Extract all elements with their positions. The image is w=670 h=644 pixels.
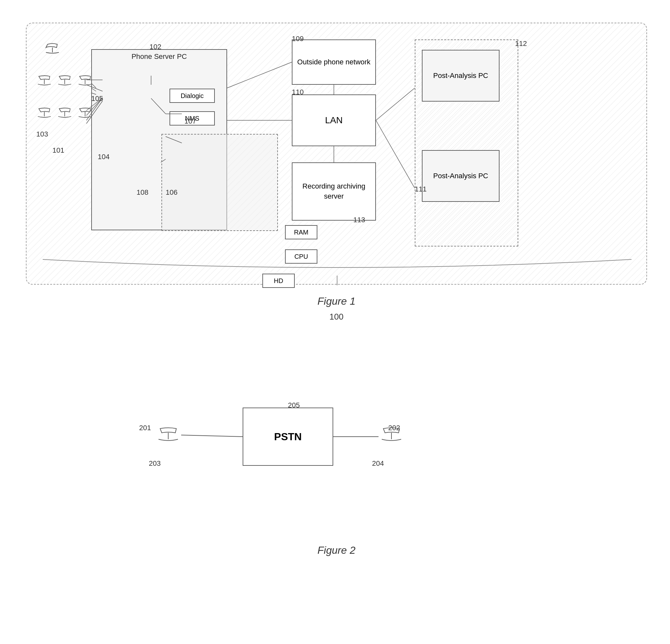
phone-server-label: Phone Server PC	[131, 52, 187, 61]
figure1-container: Phone Server PC Dialogic NMS RAM	[16, 13, 657, 310]
label-203: 203	[149, 459, 161, 468]
phone-icon-201	[155, 425, 181, 446]
hd-label: HD	[274, 277, 283, 285]
phones-row2	[36, 107, 95, 123]
label-103: 103	[36, 130, 48, 138]
post-analysis-box2: Post-Analysis PC	[422, 150, 499, 202]
label-107: 107	[184, 117, 196, 125]
post-analysis1-label: Post-Analysis PC	[433, 71, 488, 81]
svg-line-30	[181, 435, 243, 437]
label-106: 106	[166, 188, 178, 197]
phone-icon-6	[77, 107, 95, 123]
inner-dashed-box-104: RAM CPU HD	[161, 134, 278, 231]
recording-label: Recording archiving server	[293, 182, 375, 202]
phones-cluster-top	[43, 41, 62, 58]
label-100: 100	[329, 312, 343, 322]
label-204: 204	[372, 459, 384, 468]
outside-phone-box: Outside phone network	[292, 39, 376, 85]
phone-left-fig2	[155, 425, 181, 448]
phone-icon-single	[43, 41, 62, 57]
recording-box: Recording archiving server	[292, 162, 376, 220]
post-analysis-box1: Post-Analysis PC	[422, 50, 499, 102]
label-113: 113	[353, 216, 365, 224]
label-104: 104	[98, 153, 110, 161]
label-112: 112	[515, 39, 527, 48]
phone-icon-5	[57, 107, 75, 123]
svg-line-10	[227, 62, 292, 88]
label-111: 111	[415, 185, 427, 193]
ram-label: RAM	[294, 229, 308, 236]
label-202: 202	[388, 424, 400, 432]
cpu-box: CPU	[285, 250, 317, 264]
dialogic-box: Dialogic	[170, 89, 215, 103]
lan-box: LAN	[292, 94, 376, 146]
outer-boundary-100: Phone Server PC Dialogic NMS RAM	[26, 23, 647, 285]
phones-row1	[36, 75, 95, 91]
phone-icon-4	[36, 107, 54, 123]
phone-icon-1	[36, 75, 54, 91]
figure2-title: Figure 2	[317, 545, 355, 556]
phone-icon-3	[77, 75, 95, 91]
label-101: 101	[52, 146, 64, 155]
phone-server-box: Phone Server PC Dialogic NMS RAM	[91, 49, 227, 230]
post-analysis2-label: Post-Analysis PC	[433, 171, 488, 181]
cpu-label: CPU	[294, 253, 308, 260]
lan-label: LAN	[325, 115, 343, 125]
ram-box: RAM	[285, 225, 317, 239]
svg-line-12	[376, 88, 415, 120]
figure2-container: PSTN 205 201 203	[16, 343, 657, 569]
pstn-label: PSTN	[274, 431, 302, 443]
label-102: 102	[149, 43, 161, 51]
svg-line-13	[376, 120, 415, 188]
figure2-connections	[16, 343, 657, 569]
pstn-box: PSTN	[243, 407, 333, 466]
figure1-title: Figure 1	[317, 295, 355, 307]
label-108: 108	[136, 188, 148, 197]
hd-box: HD	[263, 274, 295, 288]
label-201: 201	[139, 424, 151, 432]
label-205: 205	[288, 401, 300, 410]
phone-icon-2	[57, 75, 75, 91]
label-105: 105	[91, 94, 103, 103]
label-109: 109	[292, 35, 304, 43]
dialogic-label: Dialogic	[180, 92, 203, 99]
page: Phone Server PC Dialogic NMS RAM	[0, 0, 670, 644]
post-analysis-outer: Post-Analysis PC Post-Analysis PC	[415, 39, 518, 246]
outside-phone-label: Outside phone network	[297, 57, 371, 67]
